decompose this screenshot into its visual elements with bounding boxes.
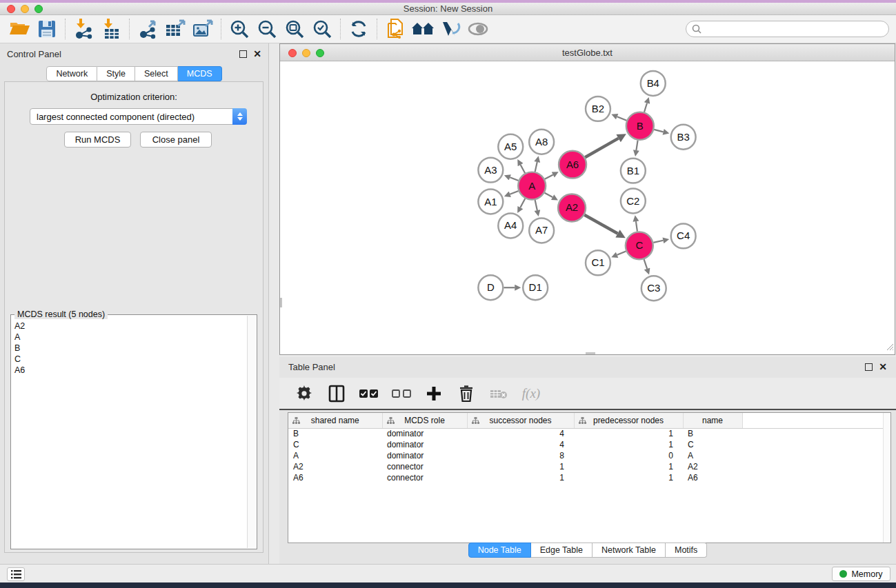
graph-edge-A6-B[interactable] <box>585 139 618 158</box>
table-cell[interactable]: connector <box>382 472 467 483</box>
table-cell[interactable]: 4 <box>467 439 574 450</box>
zoom-out-icon[interactable] <box>253 17 281 41</box>
clear-checkboxes-icon[interactable] <box>392 383 411 404</box>
table-tab-motifs[interactable]: Motifs <box>666 543 707 558</box>
close-window-button[interactable] <box>7 5 15 13</box>
function-builder-icon[interactable]: f(x) <box>521 383 541 404</box>
tab-select[interactable]: Select <box>135 66 178 81</box>
graph-edge-B-B3[interactable] <box>654 130 664 132</box>
delete-column-icon[interactable] <box>457 383 476 404</box>
search-field[interactable] <box>686 21 889 37</box>
tab-mcds[interactable]: MCDS <box>178 66 222 81</box>
table-cell[interactable]: A <box>288 450 382 461</box>
graph-edge-A2-C[interactable] <box>584 215 617 234</box>
graph-edge-A-A2[interactable] <box>545 193 553 197</box>
table-cell[interactable]: A <box>683 450 742 461</box>
hide-eye-icon[interactable] <box>464 17 492 41</box>
network-close-button[interactable] <box>288 49 297 57</box>
graph-edge-A-A4[interactable] <box>520 199 525 207</box>
tab-network[interactable]: Network <box>46 66 97 81</box>
mcds-result-item[interactable]: B <box>14 343 246 354</box>
graph-edge-A-A6[interactable] <box>545 174 553 179</box>
import-table-icon[interactable] <box>97 17 125 41</box>
graph-edge-C-C1[interactable] <box>617 251 626 254</box>
table-row[interactable]: Adominator80A <box>288 450 890 461</box>
network-minimize-button[interactable] <box>302 49 310 57</box>
export-network-icon[interactable] <box>134 17 161 41</box>
zoom-window-button[interactable] <box>34 5 43 13</box>
graph-edge-C-C3[interactable] <box>644 259 648 269</box>
table-cell[interactable]: 1 <box>467 472 574 483</box>
zoom-fit-icon[interactable] <box>281 17 308 41</box>
network-zoom-button[interactable] <box>316 49 324 57</box>
table-row[interactable]: A2connector11A2 <box>288 461 890 472</box>
table-cell[interactable]: dominator <box>382 439 467 450</box>
gear-icon[interactable] <box>295 383 314 404</box>
search-input[interactable] <box>705 24 883 34</box>
table-tab-node-table[interactable]: Node Table <box>468 543 531 558</box>
close-table-panel-icon[interactable]: ✕ <box>879 363 887 371</box>
graph-edge-A-A7[interactable] <box>535 200 537 210</box>
table-cell[interactable]: 1 <box>574 439 683 450</box>
table-cell[interactable]: 0 <box>574 450 683 461</box>
column-header-shared-name[interactable]: shared name <box>288 413 382 428</box>
run-mcds-button[interactable]: Run MCDS <box>64 132 131 148</box>
close-panel-button[interactable]: Close panel <box>140 132 212 148</box>
column-header-successor-nodes[interactable]: successor nodes <box>467 413 574 428</box>
graph-edge-C-C2[interactable] <box>636 221 637 231</box>
mcds-result-item[interactable]: A2 <box>14 321 246 332</box>
table-cell[interactable]: dominator <box>382 450 467 461</box>
table-tab-edge-table[interactable]: Edge Table <box>531 543 593 558</box>
export-table-icon[interactable] <box>161 17 189 41</box>
table-cell[interactable]: 1 <box>574 428 683 439</box>
close-panel-icon[interactable]: ✕ <box>253 50 261 58</box>
table-cell[interactable]: A6 <box>683 472 742 483</box>
graph-edge-B-B2[interactable] <box>617 116 627 121</box>
style-preview-icon[interactable] <box>437 17 464 41</box>
mcds-result-item[interactable]: A <box>14 332 246 343</box>
table-cell[interactable]: 1 <box>467 461 574 472</box>
table-cell[interactable]: 1 <box>574 461 683 472</box>
zoom-selected-icon[interactable] <box>308 17 336 41</box>
table-cell[interactable]: 8 <box>467 450 574 461</box>
graph-edge-A-A3[interactable] <box>510 177 518 181</box>
memory-button[interactable]: Memory <box>832 567 890 581</box>
table-cell[interactable]: A6 <box>288 472 382 483</box>
mcds-result-item[interactable]: C <box>14 354 246 365</box>
table-cell[interactable]: B <box>683 428 742 439</box>
graph-edge-C-C4[interactable] <box>653 241 663 243</box>
split-columns-icon[interactable] <box>327 383 346 404</box>
task-history-button[interactable] <box>7 567 25 581</box>
select-all-checkboxes-icon[interactable] <box>359 383 379 404</box>
save-icon[interactable] <box>33 17 61 41</box>
minimize-window-button[interactable] <box>21 5 29 13</box>
table-row[interactable]: Bdominator41B <box>288 428 890 439</box>
network-hscroll-hint[interactable] <box>586 352 595 354</box>
table-cell[interactable]: C <box>683 439 742 450</box>
refresh-icon[interactable] <box>345 17 372 41</box>
graph-edge-A-A8[interactable] <box>535 162 537 172</box>
table-cell[interactable]: A2 <box>288 461 382 472</box>
mcds-result-item[interactable]: A6 <box>14 365 246 376</box>
add-column-icon[interactable] <box>424 383 444 404</box>
table-tab-network-table[interactable]: Network Table <box>593 543 666 558</box>
graph-edge-A-A5[interactable] <box>521 165 526 173</box>
network-vscroll-hint[interactable] <box>280 298 282 307</box>
zoom-in-icon[interactable] <box>226 17 253 41</box>
column-header-predecessor-nodes[interactable]: predecessor nodes <box>574 413 683 428</box>
graph-edge-B-B1[interactable] <box>636 140 637 150</box>
table-cell[interactable]: B <box>288 428 382 439</box>
table-cell[interactable]: 1 <box>574 472 683 483</box>
float-table-panel-icon[interactable] <box>865 363 873 371</box>
graph-edge-A-A1[interactable] <box>510 191 518 194</box>
table-cell[interactable]: C <box>288 439 382 450</box>
graph-edge-B-B4[interactable] <box>644 103 647 112</box>
table-cell[interactable]: A2 <box>683 461 742 472</box>
home-icon[interactable] <box>409 17 437 41</box>
table-scrollbar[interactable] <box>883 413 890 543</box>
float-panel-icon[interactable] <box>239 50 247 58</box>
criterion-dropdown[interactable]: largest connected component (directed) <box>30 108 247 125</box>
export-image-icon[interactable] <box>189 17 217 41</box>
table-row[interactable]: A6connector11A6 <box>288 472 890 483</box>
column-header-MCDS-role[interactable]: MCDS role <box>382 413 467 428</box>
